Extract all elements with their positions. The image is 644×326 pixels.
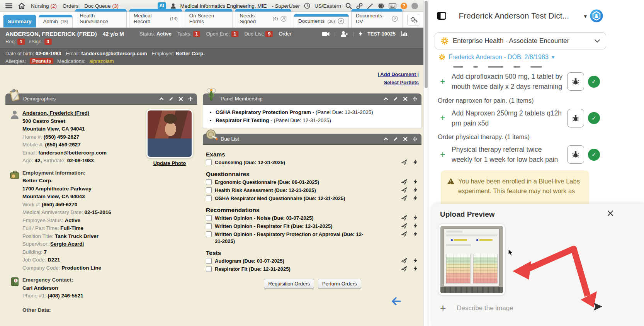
edit-icon[interactable] (393, 136, 398, 142)
medication-value[interactable]: alprazolam (89, 58, 114, 64)
order-link[interactable]: Order (279, 31, 291, 37)
close-icon[interactable] (178, 96, 184, 102)
esign-count-badge[interactable]: 3 (44, 39, 52, 45)
collapse-icon[interactable] (383, 96, 389, 102)
debug-button[interactable] (567, 109, 584, 127)
timezone-label[interactable]: US/Eastern (314, 3, 341, 9)
checkbox[interactable] (206, 258, 212, 264)
send-order-icon[interactable] (401, 266, 407, 272)
tab-health-surveillance[interactable]: Health Surveillance (75, 9, 127, 27)
quick-action-icon[interactable] (413, 179, 418, 185)
quick-action-icon[interactable] (413, 187, 418, 193)
attach-plus-icon[interactable]: + (440, 302, 446, 314)
checkbox[interactable] (206, 215, 212, 221)
globe-icon[interactable] (378, 3, 384, 9)
scrollbar-thumb[interactable] (425, 1, 428, 88)
tab-documents-dv[interactable]: Documents-DV (351, 9, 403, 27)
collapse-icon[interactable] (159, 96, 164, 102)
move-icon[interactable] (412, 96, 418, 102)
edit-icon[interactable] (393, 96, 398, 102)
send-order-icon[interactable] (401, 258, 407, 264)
tab-summary[interactable]: Summary (3, 15, 36, 27)
checkbox[interactable] (206, 160, 212, 165)
move-icon[interactable] (412, 136, 418, 142)
tab-admin[interactable]: Admin(15) (39, 15, 73, 27)
debug-button[interactable] (567, 145, 584, 164)
checkbox[interactable] (206, 231, 212, 237)
update-photo-link[interactable]: Update Photo (153, 160, 186, 166)
help-icon[interactable]: ? (401, 3, 407, 9)
due-list-count-badge[interactable]: 9 (265, 31, 273, 37)
tab-settings-button[interactable] (407, 14, 420, 25)
home-icon[interactable] (18, 3, 25, 9)
send-icon[interactable] (594, 303, 602, 311)
magic-wand-icon[interactable] (367, 3, 374, 9)
flowsheet-chart-icon[interactable] (400, 31, 409, 37)
close-icon[interactable] (403, 96, 408, 102)
quick-action-icon[interactable] (413, 215, 418, 221)
send-order-icon[interactable] (401, 215, 407, 221)
close-icon[interactable] (403, 136, 408, 142)
encounter-select[interactable]: Enterprise Health - Associate Encounter (435, 32, 606, 49)
move-icon[interactable] (188, 96, 193, 102)
describe-input[interactable]: + Describe the image (440, 302, 513, 314)
approved-check-icon[interactable]: ✓ (588, 76, 600, 88)
quick-action-icon[interactable] (413, 195, 418, 201)
checkbox[interactable] (206, 187, 212, 193)
tasks-count-badge[interactable]: 1 (193, 31, 201, 37)
send-order-icon[interactable] (401, 159, 407, 165)
supervisor-link[interactable]: Sergio Acardi (50, 241, 84, 247)
close-icon[interactable] (607, 210, 613, 216)
link-icon[interactable] (356, 3, 363, 9)
org-name[interactable]: Medical Informatics Engineering, MIE (180, 3, 267, 9)
patient-name-link[interactable]: Anderson, Frederick (Fred) (22, 109, 107, 117)
send-order-icon[interactable] (401, 223, 407, 229)
checkbox[interactable] (206, 179, 212, 185)
search-icon[interactable] (345, 3, 352, 9)
req-count-badge[interactable]: 1 (17, 39, 25, 45)
video-camera-icon[interactable] (322, 31, 330, 37)
dictation-title[interactable]: Frederick Anderson Test Dict... (446, 11, 581, 20)
nav-link-nursing[interactable]: Nursing(2) (31, 3, 57, 9)
add-person-icon[interactable] (340, 31, 348, 37)
nav-link-orders[interactable]: Orders (63, 3, 78, 9)
approved-check-icon[interactable]: ✓ (588, 112, 600, 124)
tab-on-screen-forms[interactable]: On Screen Forms (185, 9, 233, 27)
send-order-icon[interactable] (401, 179, 407, 185)
quick-action-icon[interactable] (413, 160, 418, 165)
send-order-icon[interactable] (401, 187, 407, 193)
nav-link-doc-queue[interactable]: Doc Queue(3) (84, 3, 119, 9)
patient-context-link[interactable]: Frederick Anderson - DOB: 2/8/1983 ▾ (438, 54, 644, 61)
collapse-panel-arrow[interactable] (392, 297, 401, 305)
quick-action-icon[interactable] (413, 258, 418, 263)
tab-medical-record[interactable]: Medical Record(14) (129, 9, 182, 27)
requisition-orders-button[interactable]: Requisition Orders (264, 279, 314, 289)
bluehive-logo[interactable] (590, 9, 603, 22)
checkbox[interactable] (206, 195, 212, 201)
add-document-link[interactable]: | Add Document | (378, 70, 419, 78)
checkbox[interactable] (206, 266, 212, 272)
popout-icon[interactable] (280, 15, 287, 22)
send-order-icon[interactable] (401, 231, 407, 237)
ai-badge[interactable]: AI (158, 2, 166, 9)
hamburger-menu-icon[interactable] (5, 3, 12, 8)
keyboard-icon[interactable] (389, 3, 396, 8)
select-portlets-link[interactable]: Select Portlets (378, 78, 419, 87)
tab-documents[interactable]: Documents(36) (294, 14, 349, 27)
upload-thumbnail[interactable] (438, 224, 505, 295)
perform-orders-button[interactable]: Perform Orders (318, 279, 361, 289)
lightning-icon[interactable] (359, 31, 363, 37)
checkbox[interactable] (206, 223, 212, 229)
edit-icon[interactable] (168, 96, 174, 102)
popout-icon[interactable] (392, 15, 398, 22)
allergy-badge[interactable]: Peanuts (30, 58, 53, 64)
sidebar-toggle-icon[interactable] (437, 12, 446, 20)
title-dropdown-caret[interactable]: ▾ (584, 13, 587, 20)
debug-button[interactable] (567, 72, 584, 91)
open-enc-count-badge[interactable]: 1 (231, 31, 239, 37)
tab-needs-signed[interactable]: Needs Signed(4) (235, 9, 291, 27)
popout-icon[interactable] (338, 18, 344, 24)
quick-action-icon[interactable] (413, 231, 418, 237)
send-order-icon[interactable] (401, 195, 407, 201)
quick-action-icon[interactable] (413, 266, 418, 272)
